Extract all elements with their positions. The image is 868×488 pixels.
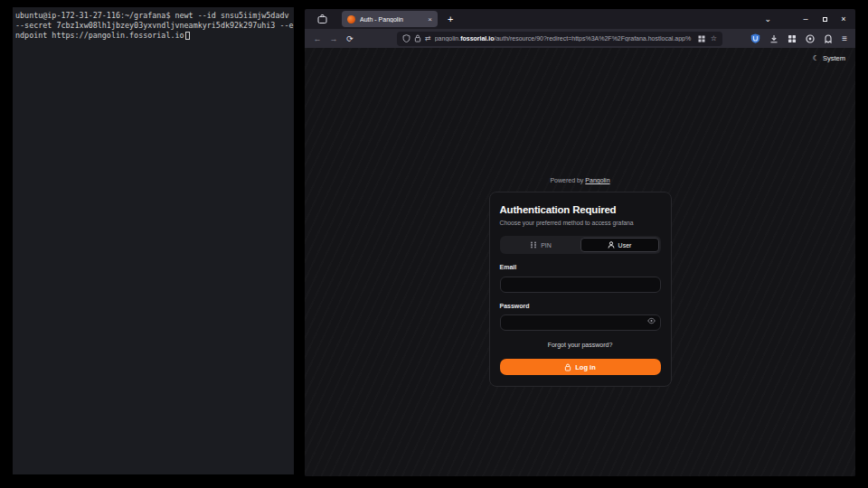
terminal-window[interactable]: ubuntu@ip-172-31-27-116:~/grafana$ newt … [13, 7, 294, 474]
card-subtitle: Choose your preferred method to access g… [500, 220, 661, 226]
pin-keypad-icon [530, 241, 537, 249]
login-button[interactable]: Log in [500, 359, 661, 375]
forward-icon[interactable]: → [327, 34, 340, 43]
close-button[interactable]: × [839, 14, 848, 23]
ghost-extension-icon[interactable] [824, 34, 833, 43]
tab-pin-label: PIN [541, 242, 552, 249]
browser-window: Auth - Pangolin × + ⌄ – × ← → ⟳ [305, 9, 855, 476]
extensions-icon[interactable] [788, 34, 797, 43]
url-text[interactable]: pangolin.fossorial.io/auth/resource/90?r… [435, 35, 694, 42]
minimize-button[interactable]: – [801, 14, 810, 23]
tab-bar: Auth - Pangolin × + ⌄ – × [305, 9, 855, 29]
extension-toolbar: ≡ [750, 33, 849, 43]
downloads-icon[interactable] [769, 34, 778, 43]
urlbar-actions: ☆ [698, 34, 717, 42]
ublock-origin-icon[interactable] [750, 33, 760, 43]
auth-section: Powered by Pangolin Authentication Requi… [489, 177, 672, 387]
maximize-button[interactable] [820, 14, 829, 23]
tab-pin[interactable]: PIN [502, 238, 580, 252]
terminal-line-text: ndpoint https://pangolin.fossorial.io [15, 31, 184, 41]
moon-icon: ☾ [813, 54, 819, 62]
lock-icon[interactable] [414, 34, 421, 42]
login-button-label: Log in [575, 363, 596, 371]
auth-method-tabs: PIN User [500, 236, 661, 254]
firefox-view-icon[interactable] [316, 13, 328, 25]
password-field[interactable] [500, 314, 661, 331]
powered-by: Powered by Pangolin [489, 177, 672, 183]
new-tab-button[interactable]: + [448, 14, 453, 24]
email-field[interactable] [500, 277, 661, 293]
email-label: Email [500, 264, 661, 270]
user-icon [608, 241, 615, 249]
back-icon[interactable]: ← [311, 34, 324, 43]
pangolin-link[interactable]: Pangolin [585, 177, 609, 183]
permissions-icon[interactable]: ⇄ [425, 34, 431, 42]
window-controls: ⌄ – × [764, 14, 848, 23]
url-prefix: pangolin. [435, 35, 460, 42]
save-to-collection-icon[interactable] [698, 35, 705, 42]
terminal-line: --secret 7cbz1xw08lh1jbzey03yxvndljvneam… [15, 21, 292, 31]
url-path: /auth/resource/90?redirect=https%3A%2F%2… [494, 35, 691, 42]
record-extension-icon[interactable] [806, 34, 815, 43]
terminal-cursor [185, 32, 190, 40]
terminal-line: ubuntu@ip-172-31-27-116:~/grafana$ newt … [15, 11, 292, 21]
url-domain: fossorial.io [460, 35, 494, 42]
show-password-eye-icon[interactable] [647, 317, 656, 324]
page-content: ☾ System Powered by Pangolin Authenticat… [305, 48, 855, 476]
list-tabs-icon[interactable]: ⌄ [764, 14, 771, 23]
tracking-protection-shield-icon[interactable] [402, 34, 410, 42]
forgot-password-link[interactable]: Forgot your password? [500, 342, 661, 348]
menu-icon[interactable]: ≡ [842, 33, 847, 43]
auth-card: Authentication Required Choose your pref… [489, 192, 672, 387]
powered-by-text: Powered by [550, 177, 583, 183]
navigation-toolbar: ← → ⟳ ⇄ pangolin.fossorial.io/auth/resou… [305, 29, 855, 48]
tab-user-label: User [618, 242, 632, 249]
browser-tab[interactable]: Auth - Pangolin × [342, 11, 438, 27]
tab-close-icon[interactable]: × [428, 15, 432, 23]
password-label: Password [500, 303, 661, 309]
login-lock-icon [564, 363, 571, 371]
theme-toggle-label: System [823, 54, 845, 62]
bookmark-star-icon[interactable]: ☆ [711, 34, 717, 42]
theme-toggle[interactable]: ☾ System [813, 54, 845, 62]
terminal-line: ndpoint https://pangolin.fossorial.io [15, 31, 292, 41]
reload-icon[interactable]: ⟳ [344, 34, 356, 43]
desktop: ubuntu@ip-172-31-27-116:~/grafana$ newt … [0, 0, 868, 488]
url-bar[interactable]: ⇄ pangolin.fossorial.io/auth/resource/90… [397, 32, 722, 46]
pangolin-favicon-icon [347, 15, 355, 23]
card-title: Authentication Required [500, 204, 661, 215]
tab-user[interactable]: User [580, 238, 659, 252]
tab-title: Auth - Pangolin [360, 16, 420, 23]
